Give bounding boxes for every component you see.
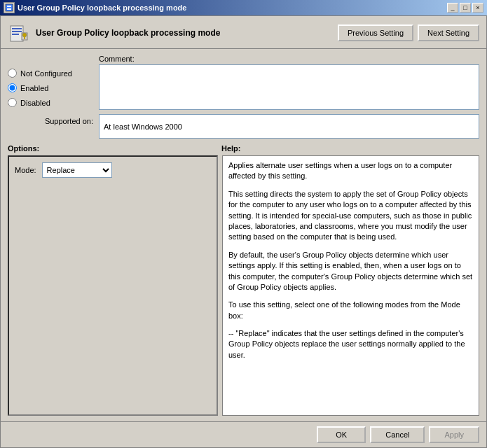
dialog: User Group Policy loopback processing mo…: [0, 15, 487, 448]
disabled-radio[interactable]: [8, 98, 17, 107]
options-section-label: Options:: [8, 144, 221, 153]
disabled-label: Disabled: [20, 99, 50, 107]
help-section-label: Help:: [221, 144, 479, 153]
mode-label: Mode:: [15, 166, 36, 174]
next-setting-button[interactable]: Next Setting: [418, 24, 479, 41]
svg-rect-6: [12, 34, 19, 35]
help-para-4: To use this setting, select one of the f…: [228, 300, 473, 321]
close-button[interactable]: ×: [472, 3, 483, 13]
dialog-header: User Group Policy loopback processing mo…: [1, 16, 486, 49]
svg-rect-4: [12, 28, 22, 29]
window-controls: _ □ ×: [447, 3, 483, 13]
minimize-button[interactable]: _: [447, 3, 458, 13]
svg-rect-5: [12, 31, 22, 32]
radio-group: Not Configured Enabled Disabled: [8, 55, 99, 110]
ok-button[interactable]: OK: [317, 426, 366, 443]
disabled-radio-label[interactable]: Disabled: [8, 98, 99, 107]
nav-buttons: Previous Setting Next Setting: [338, 24, 479, 41]
mode-select[interactable]: Replace Merge: [42, 162, 112, 178]
mode-row: Mode: Replace Merge: [15, 162, 211, 178]
help-para-3: By default, the user's Group Policy obje…: [228, 250, 473, 293]
apply-button[interactable]: Apply: [429, 426, 479, 443]
comment-section: Comment:: [99, 55, 479, 110]
top-section: Not Configured Enabled Disabled Comment:: [8, 55, 479, 110]
help-para-5: -- "Replace" indicates that the user set…: [228, 328, 473, 360]
supported-label: Supported on:: [8, 114, 99, 125]
split-labels: Options: Help:: [8, 144, 479, 153]
svg-rect-1: [7, 6, 11, 7]
maximize-button[interactable]: □: [460, 3, 471, 13]
help-para-2: This setting directs the system to apply…: [228, 189, 473, 243]
svg-rect-2: [7, 8, 11, 10]
supported-value: At least Windows 2000: [99, 114, 479, 139]
help-panel[interactable]: Applies alternate user settings when a u…: [222, 155, 479, 416]
supported-section: Supported on: At least Windows 2000: [8, 114, 479, 139]
app-icon: [4, 2, 15, 13]
options-panel: Mode: Replace Merge: [8, 155, 218, 416]
window-title: User Group Policy loopback processing mo…: [18, 4, 186, 12]
cancel-button[interactable]: Cancel: [370, 426, 425, 443]
svg-rect-9: [24, 36, 25, 39]
policy-icon: [8, 22, 30, 44]
dialog-title: User Group Policy loopback processing mo…: [36, 28, 220, 38]
dialog-content: Not Configured Enabled Disabled Comment:…: [1, 49, 486, 421]
help-para-1: Applies alternate user settings when a u…: [228, 160, 473, 182]
enabled-label: Enabled: [20, 84, 48, 92]
not-configured-radio-label[interactable]: Not Configured: [8, 69, 99, 78]
enabled-radio[interactable]: [8, 83, 17, 92]
dialog-footer: OK Cancel Apply: [1, 421, 486, 447]
title-bar: User Group Policy loopback processing mo…: [0, 0, 487, 15]
svg-rect-0: [6, 4, 13, 11]
prev-setting-button[interactable]: Previous Setting: [338, 24, 413, 41]
panels: Mode: Replace Merge Applies alternate us…: [8, 155, 479, 416]
not-configured-label: Not Configured: [20, 69, 72, 78]
enabled-radio-label[interactable]: Enabled: [8, 83, 99, 92]
comment-input[interactable]: [99, 64, 479, 110]
comment-label: Comment:: [99, 55, 479, 63]
not-configured-radio[interactable]: [8, 69, 17, 78]
